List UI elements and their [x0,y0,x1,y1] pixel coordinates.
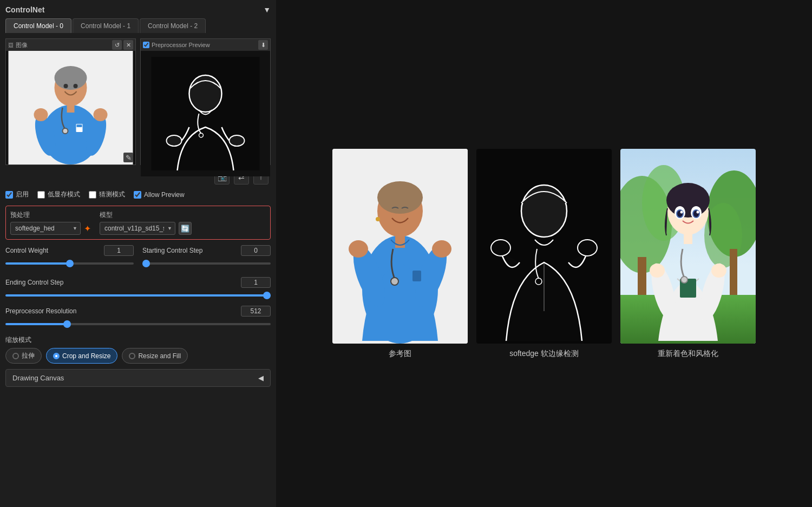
preprocessor-preview-header: Preprocessor Preview ⬇ [141,39,270,51]
ending-step-input[interactable] [241,277,271,288]
guess-mode-label: 猜测模式 [99,190,125,199]
input-image-header: 🖼 图像 ↺ ✕ [6,39,135,51]
preprocessor-label: 预处理 [10,210,91,220]
enable-label: 启用 [16,190,29,199]
scale-mode-section: 缩放模式 拉伸 Crop and Resize Resize and Fill [5,335,271,364]
starting-step-input[interactable] [241,245,271,256]
svg-point-62 [711,264,726,278]
drawing-canvas-row[interactable]: Drawing Canvas ◀ [5,369,271,387]
preproc-model-row: 预处理 softedge_hed none canny ✦ [10,210,266,235]
input-image-label: 图像 [16,41,28,49]
allow-preview-checkbox-item[interactable]: Allow Preview [134,191,185,199]
model-refresh-btn[interactable]: 🔄 [179,222,192,235]
preprocessor-select[interactable]: softedge_hed none canny [10,222,81,235]
svg-point-49 [666,183,710,218]
enable-checkbox[interactable] [5,191,13,199]
output-image-3: 重新着色和风格化 [620,149,756,359]
svg-rect-32 [412,271,421,281]
svg-point-19 [230,135,245,146]
preproc-res-slider[interactable] [5,323,271,325]
output-anime-svg [620,149,756,344]
scale-stretch-btn[interactable]: 拉伸 [5,348,42,364]
panel-collapse-btn[interactable]: ▼ [263,5,271,14]
svg-point-5 [74,84,78,88]
starting-step-section: Starting Control Step [142,245,271,271]
stretch-label: 拉伸 [22,351,35,360]
images-row: 🖼 图像 ↺ ✕ [5,38,271,165]
preproc-model-section: 预处理 softedge_hed none canny ✦ [5,206,271,240]
right-panel: 参考图 [276,0,812,507]
tab-control-model-1[interactable]: Control Model - 1 [73,18,139,33]
svg-point-29 [432,240,451,258]
svg-rect-11 [67,103,75,113]
svg-point-24 [377,181,423,214]
preprocessor-field-row: softedge_hed none canny ✦ [10,222,91,235]
tab-control-model-2[interactable]: Control Model - 2 [140,18,206,33]
svg-point-4 [64,84,68,88]
svg-rect-46 [730,249,737,295]
scale-fill-btn[interactable]: Resize and Fill [122,348,188,364]
preprocessor-select-wrap: softedge_hed none canny [10,222,81,235]
preprocessor-preview-box: Preprocessor Preview ⬇ [140,38,271,165]
svg-point-9 [94,108,108,121]
panel-title: ControlNet [5,5,44,14]
model-field-row: control_v11p_sd15_s control_v11p_sd15_ca… [100,222,192,235]
control-weight-label: Control Weight [5,247,48,254]
tab-control-model-0[interactable]: Control Model - 0 [5,18,71,33]
preproc-res-section: Preprocessor Resolution [5,306,271,331]
scale-mode-label: 缩放模式 [5,335,271,345]
output-image-box-2 [476,149,612,344]
input-image-box: 🖼 图像 ↺ ✕ [5,38,136,165]
preprocessor-preview-checkbox[interactable] [143,42,149,48]
crop-radio-dot [53,353,60,359]
control-weight-input[interactable] [104,245,134,256]
enable-checkbox-item[interactable]: 启用 [5,190,29,199]
image-close-btn[interactable]: ✕ [123,40,133,50]
model-label: 模型 [100,210,192,220]
image-reset-btn[interactable]: ↺ [112,40,122,50]
drawing-canvas-icon: ◀ [258,374,264,382]
preprocessor-download-btn[interactable]: ⬇ [258,40,268,50]
crop-label: Crop and Resize [62,352,110,360]
model-select-wrap: control_v11p_sd15_s control_v11p_sd15_ca… [100,222,175,235]
svg-rect-25 [395,234,405,248]
guess-mode-checkbox[interactable] [89,191,96,199]
svg-point-36 [578,240,597,256]
ending-step-slider[interactable] [5,294,271,297]
svg-point-30 [391,278,398,285]
weight-starting-row: Control Weight Starting Control Step [5,245,271,274]
svg-point-57 [697,210,699,213]
svg-point-31 [376,217,380,221]
low-vram-checkbox-item[interactable]: 低显存模式 [37,190,80,199]
allow-preview-checkbox[interactable] [134,191,141,199]
starting-step-label: Starting Control Step [142,247,202,254]
low-vram-label: 低显存模式 [48,190,80,199]
guess-mode-checkbox-item[interactable]: 猜测模式 [89,190,125,199]
starting-step-slider[interactable] [142,262,271,265]
input-image-content [6,51,135,164]
output-image-1: 参考图 [332,149,468,359]
scale-crop-btn[interactable]: Crop and Resize [46,348,117,364]
svg-rect-45 [638,257,646,295]
low-vram-checkbox[interactable] [37,191,45,199]
svg-point-8 [34,108,48,121]
output-image-box-1 [332,149,468,344]
preproc-res-input[interactable] [241,306,271,317]
tabs-row: Control Model - 0 Control Model - 1 Cont… [5,18,271,33]
model-group: 模型 control_v11p_sd15_s control_v11p_sd15… [100,210,192,235]
stretch-radio-dot [12,353,19,359]
checkboxes-row: 启用 低显存模式 猜测模式 Allow Preview [5,190,271,199]
output-caption-1: 参考图 [389,349,411,359]
scale-mode-radio-group: 拉伸 Crop and Resize Resize and Fill [5,348,271,364]
fill-label: Resize and Fill [138,352,181,360]
ending-step-section: Ending Control Step [5,277,271,302]
image-edit-btn[interactable]: ✎ [123,153,133,162]
star-icon: ✦ [84,223,91,234]
control-weight-slider[interactable] [5,262,134,265]
output-image-2: softedge 软边缘检测 [476,149,612,359]
ending-step-label: Ending Control Step [5,279,63,286]
svg-point-3 [55,66,87,90]
drawing-canvas-label: Drawing Canvas [12,374,64,382]
nurse-svg [6,51,135,164]
model-select[interactable]: control_v11p_sd15_s control_v11p_sd15_ca… [100,222,175,235]
